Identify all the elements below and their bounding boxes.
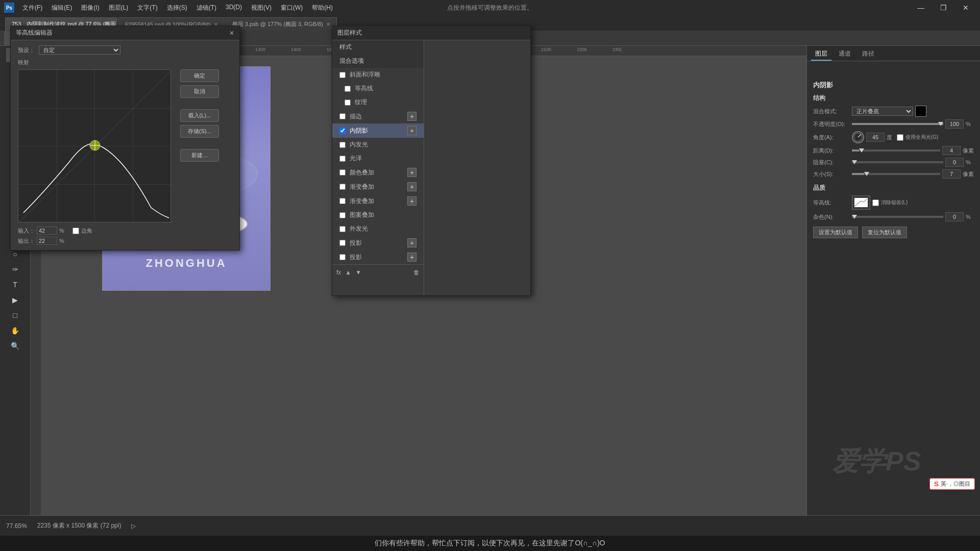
load-btn[interactable]: 载入(L)...	[180, 109, 219, 122]
tab-paths[interactable]: 路径	[858, 48, 878, 61]
menu-file[interactable]: 文件(F)	[18, 3, 46, 13]
dialog-item-drop-shadow[interactable]: 投影 +	[332, 236, 424, 250]
close-button[interactable]: ✕	[955, 0, 976, 15]
move-down-icon[interactable]: ▼	[355, 269, 361, 276]
input-field[interactable]	[37, 227, 57, 235]
checkbox-satin[interactable]	[339, 156, 346, 162]
dialog-item-inner-glow[interactable]: 内发光	[332, 138, 424, 152]
angle-widget[interactable]	[852, 131, 864, 143]
curve-close-btn[interactable]: ✕	[229, 30, 234, 37]
checkbox-gradient-overlay2[interactable]	[339, 198, 346, 204]
add-gradient-overlay2-btn[interactable]: +	[407, 196, 416, 206]
tool-zoom[interactable]: 🔍	[6, 339, 24, 353]
maximize-button[interactable]: ❐	[933, 0, 953, 15]
global-light-checkbox[interactable]	[897, 134, 903, 141]
dialog-item-gradient-overlay[interactable]: 渐变叠加 +	[332, 180, 424, 194]
output-field[interactable]	[37, 237, 57, 245]
checkbox-drop-shadow[interactable]	[339, 240, 346, 246]
checkbox-drop-shadow2[interactable]	[339, 254, 346, 260]
dialog-item-outer-glow[interactable]: 外发光	[332, 222, 424, 236]
noise-input[interactable]	[945, 212, 964, 221]
menu-view[interactable]: 视图(V)	[247, 3, 276, 13]
add-color-overlay-btn[interactable]: +	[407, 168, 416, 177]
dialog-item-gradient-overlay2[interactable]: 渐变叠加 +	[332, 194, 424, 208]
dialog-item-bevel[interactable]: 斜面和浮雕	[332, 68, 424, 82]
tool-hand[interactable]: ✋	[6, 323, 24, 338]
checkbox-stroke[interactable]	[339, 113, 346, 119]
checkbox-contour[interactable]	[345, 86, 351, 92]
dialog-item-drop-shadow2[interactable]: 投影 +	[332, 250, 424, 264]
move-up-icon[interactable]: ▲	[345, 269, 351, 276]
checkbox-outer-glow[interactable]	[339, 226, 346, 232]
tab-2[interactable]: 椭圆 3.psb @ 177% (椭圆 3, RGB/8) ✕	[226, 17, 337, 31]
checkbox-pattern-overlay[interactable]	[339, 212, 346, 218]
set-default-btn[interactable]: 设置为默认值	[813, 227, 858, 238]
size-slider[interactable]	[852, 173, 940, 175]
blend-color-swatch[interactable]	[915, 106, 926, 117]
reset-default-btn[interactable]: 复位为默认值	[862, 227, 907, 238]
add-inner-shadow-btn[interactable]: +	[407, 126, 416, 135]
tool-shape[interactable]: □	[6, 308, 24, 322]
distance-thumb[interactable]	[859, 148, 864, 153]
confirm-btn[interactable]: 确定	[180, 69, 219, 82]
dialog-item-color-overlay[interactable]: 颜色叠加 +	[332, 165, 424, 180]
tool-text[interactable]: T	[6, 278, 24, 292]
choke-slider[interactable]	[852, 161, 943, 163]
angle-input[interactable]	[866, 133, 885, 142]
preset-select[interactable]: 自定	[39, 45, 120, 55]
anti-alias-checkbox[interactable]	[872, 199, 879, 206]
add-gradient-overlay-btn[interactable]: +	[407, 182, 416, 191]
dialog-item-texture[interactable]: 纹理	[332, 95, 424, 109]
opacity-slider[interactable]	[852, 123, 943, 125]
tool-path-select[interactable]: ▶	[6, 293, 24, 307]
choke-input[interactable]	[945, 158, 964, 167]
tab-layers[interactable]: 图层	[811, 48, 831, 61]
delete-icon[interactable]: 🗑	[413, 269, 420, 276]
checkbox-inner-shadow[interactable]	[339, 128, 346, 134]
opacity-thumb[interactable]	[938, 122, 943, 126]
add-drop-shadow2-btn[interactable]: +	[407, 253, 416, 262]
curve-canvas[interactable]	[18, 69, 171, 222]
dialog-item-stroke[interactable]: 描边 +	[332, 109, 424, 123]
checkbox-bevel[interactable]	[339, 72, 346, 78]
choke-thumb[interactable]	[852, 160, 857, 164]
distance-slider[interactable]	[852, 149, 940, 152]
size-input[interactable]	[942, 169, 961, 179]
menu-window[interactable]: 窗口(W)	[277, 3, 307, 13]
add-stroke-btn[interactable]: +	[407, 112, 416, 121]
tool-pen[interactable]: ✑	[6, 262, 24, 277]
menu-image[interactable]: 图像(I)	[77, 3, 103, 13]
menu-layer[interactable]: 图层(L)	[105, 3, 133, 13]
menu-text[interactable]: 文字(T)	[133, 3, 161, 13]
checkbox-color-overlay[interactable]	[339, 169, 346, 176]
minimize-button[interactable]: —	[911, 0, 931, 15]
triangle-arrow[interactable]: ▷	[131, 522, 136, 530]
tab-close-2[interactable]: ✕	[326, 21, 330, 27]
distance-input[interactable]	[942, 146, 961, 155]
save-btn[interactable]: 存储(S)...	[180, 125, 219, 138]
checkbox-inner-glow[interactable]	[339, 142, 346, 148]
checkbox-gradient-overlay[interactable]	[339, 184, 346, 190]
new-btn[interactable]: 新建...	[180, 149, 219, 162]
dialog-item-satin[interactable]: 光泽	[332, 152, 424, 165]
dialog-item-contour[interactable]: 等高线	[332, 82, 424, 95]
fx-icon[interactable]: fx	[336, 269, 341, 276]
blend-mode-select[interactable]: 正片叠底	[852, 107, 913, 116]
menu-edit[interactable]: 编辑(E)	[47, 3, 76, 13]
dialog-item-pattern-overlay[interactable]: 图案叠加	[332, 208, 424, 222]
menu-3d[interactable]: 3D(D)	[222, 3, 246, 13]
corner-checkbox[interactable]	[72, 228, 79, 234]
dialog-item-inner-shadow[interactable]: 内阴影 +	[332, 123, 424, 138]
menu-help[interactable]: 帮助(H)	[308, 3, 337, 13]
opacity-input[interactable]	[945, 119, 964, 129]
size-thumb[interactable]	[864, 172, 869, 176]
cancel-btn[interactable]: 取消	[180, 85, 219, 98]
noise-slider[interactable]	[852, 216, 943, 218]
menu-select[interactable]: 选择(S)	[163, 3, 191, 13]
menu-filter[interactable]: 滤镜(T)	[192, 3, 220, 13]
noise-thumb[interactable]	[852, 215, 857, 219]
add-drop-shadow-btn[interactable]: +	[407, 238, 416, 247]
checkbox-texture[interactable]	[345, 99, 351, 106]
contour-preview[interactable]	[852, 195, 870, 210]
tab-channels[interactable]: 通道	[835, 48, 855, 61]
